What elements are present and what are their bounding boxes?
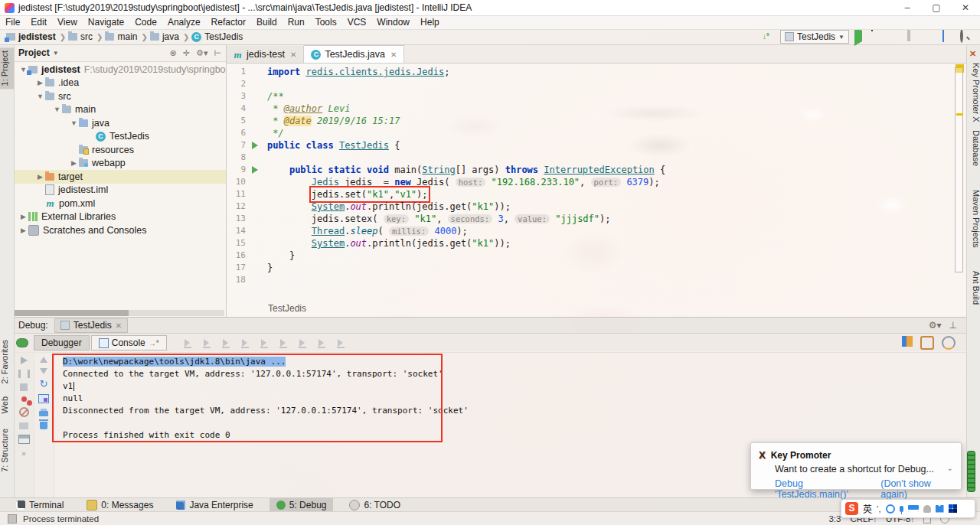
notification-action-link[interactable]: Debug 'TestJedis.main()'	[775, 478, 870, 500]
code-editor[interactable]: 1import redis.clients.jedis.Jedis;23/**4…	[226, 66, 939, 286]
error-stripe-tick[interactable]	[956, 113, 963, 116]
soft-wrap-icon[interactable]: ↻	[38, 380, 50, 389]
tree-item-testjedis[interactable]: CTestJedis	[14, 130, 226, 144]
tab-close-icon[interactable]: ✕	[290, 51, 296, 59]
pause-icon[interactable]	[18, 370, 30, 378]
run-gutter-icon[interactable]	[252, 142, 258, 149]
code-line[interactable]: 7public class TestJedis {	[226, 139, 939, 152]
menu-tools[interactable]: Tools	[310, 15, 342, 29]
key-promoter-x-icon[interactable]: ✕	[969, 49, 976, 59]
editor-breadcrumb[interactable]: TestJedis	[268, 303, 306, 314]
code-line[interactable]: 12 System.out.println(jedis.get("k1"));	[226, 201, 939, 213]
toolwindow-maven-projects[interactable]: Maven Projects	[967, 190, 980, 248]
chevron-right-icon[interactable]: ▶	[69, 159, 79, 167]
code-line[interactable]: 14 Thread.sleep( millis: 4000);	[226, 225, 939, 237]
get-thread-dump-icon[interactable]	[19, 422, 28, 429]
horizontal-scrollbar[interactable]	[14, 310, 224, 316]
tree-item-webapp[interactable]: ▶webapp	[14, 157, 226, 171]
code-line[interactable]: 1import redis.clients.jedis.Jedis;	[226, 66, 939, 78]
scroll-to-end-icon[interactable]	[38, 394, 49, 403]
console-line[interactable]: D:\work\newpackage\tools\jdk1.8\bin\java…	[63, 356, 966, 368]
close-button[interactable]: ✕	[951, 0, 980, 15]
code-line[interactable]: 11 jedis.set("k1","v1");	[226, 188, 939, 201]
view-breakpoints-icon[interactable]	[21, 396, 27, 402]
console-line[interactable]: Connected to the target VM, address: '12…	[63, 368, 966, 380]
sidebar-item--favorites[interactable]: 2: Favorites	[0, 337, 14, 386]
debug-session-tab[interactable]: TestJedis ✕	[54, 318, 128, 333]
tree-item-src[interactable]: ▼src	[14, 90, 226, 103]
gear-icon[interactable]: ⚙▾	[929, 320, 942, 331]
code-line[interactable]: 5 * @date 2019/9/16 15:17	[226, 115, 939, 127]
locate-file-icon[interactable]: ✛	[183, 48, 190, 58]
up-stack-trace-icon[interactable]	[40, 357, 47, 363]
tree-item-java[interactable]: ▼java	[14, 116, 226, 130]
gauge-icon[interactable]	[942, 336, 956, 350]
tree-item-target[interactable]: ▶target	[14, 170, 226, 184]
mute-breakpoints-icon[interactable]	[19, 407, 29, 417]
ime-punctuation-toggle[interactable]: ’,	[877, 504, 881, 514]
menu-view[interactable]: View	[52, 15, 83, 29]
sogou-logo-icon[interactable]: S	[845, 502, 858, 515]
menu-file[interactable]: File	[0, 15, 25, 29]
toolbox-icon[interactable]	[949, 504, 957, 513]
down-stack-trace-icon[interactable]	[40, 368, 47, 374]
tree-item--idea[interactable]: ▶.idea	[14, 77, 226, 90]
microphone-icon[interactable]	[900, 506, 903, 512]
caret-position[interactable]: 3:3	[828, 514, 841, 523]
code-line[interactable]: 13 jedis.setex( key: "k1", seconds: 3, v…	[226, 213, 939, 225]
tree-item-main[interactable]: ▼main	[14, 103, 226, 117]
restore-layout-icon[interactable]	[18, 435, 30, 444]
sidebar-item-web[interactable]: Web	[0, 393, 14, 416]
keyboard-icon[interactable]	[908, 505, 919, 512]
sidebar-item--structure[interactable]: 7: Structure	[0, 426, 14, 475]
scrollbar-thumb[interactable]	[955, 67, 963, 272]
console-line[interactable]: null	[63, 393, 966, 405]
editor-tab-jedis-test[interactable]: mjedis-test✕	[226, 46, 304, 63]
sidebar-item--project[interactable]: 1: Project	[0, 47, 14, 89]
clear-all-icon[interactable]	[40, 422, 47, 429]
chevron-right-icon[interactable]: ▶	[18, 227, 28, 234]
toolwindow-ant-build[interactable]: Ant Build	[967, 271, 980, 305]
layout-settings-icon[interactable]	[902, 336, 913, 347]
pin-icon[interactable]: →*	[149, 339, 159, 347]
toolwindow-key-promoter-x[interactable]: Key Promoter X	[967, 63, 980, 122]
menu-window[interactable]: Window	[371, 15, 415, 29]
tab-close-icon[interactable]: ✕	[390, 51, 397, 59]
breadcrumb-item[interactable]: src	[68, 31, 93, 42]
toolwindow-button-0-messages[interactable]: 0: Messages	[80, 498, 160, 512]
console-line[interactable]	[63, 417, 966, 429]
console-line[interactable]: Process finished with exit code 0	[63, 429, 966, 442]
skin-icon[interactable]	[936, 505, 944, 513]
menu-build[interactable]: Build	[251, 15, 283, 29]
debug-tab-console[interactable]: Console→*	[91, 335, 167, 351]
chevron-down-icon[interactable]: ⌄	[947, 464, 953, 474]
breadcrumb-item[interactable]: jedistest	[6, 31, 56, 42]
toolwindow-button-terminal[interactable]: Terminal	[9, 498, 70, 512]
tree-item-scratches-and-consoles[interactable]: ▶Scratches and Consoles	[14, 223, 226, 237]
search-everywhere-button[interactable]	[960, 31, 972, 43]
code-line[interactable]: 17}	[226, 262, 939, 274]
print-icon[interactable]	[39, 411, 48, 416]
menu-navigate[interactable]: Navigate	[83, 15, 129, 29]
toolwindow-button-5-debug[interactable]: 5: Debug	[270, 498, 334, 512]
emoji-icon[interactable]	[886, 504, 895, 514]
menu-edit[interactable]: Edit	[25, 15, 52, 29]
menu-help[interactable]: Help	[415, 15, 445, 29]
chevron-right-icon[interactable]: ▶	[35, 79, 45, 86]
chevron-down-icon[interactable]: ▼	[52, 106, 62, 113]
close-icon[interactable]: ✕	[116, 321, 122, 330]
toolwindow-button-6-todo[interactable]: 6: TODO	[342, 498, 407, 512]
breadcrumb-item[interactable]: java	[150, 31, 179, 42]
menu-vcs[interactable]: VCS	[342, 15, 372, 29]
chevron-down-icon[interactable]: ▼	[69, 119, 79, 127]
minimize-button[interactable]: –	[893, 0, 922, 15]
breadcrumb-item[interactable]: CTestJedis	[191, 31, 243, 42]
debug-tab-debugger[interactable]: Debugger	[34, 335, 90, 351]
coverage-button[interactable]	[890, 31, 902, 43]
project-header-title[interactable]: Project	[18, 47, 50, 58]
chevron-right-icon[interactable]: ▶	[18, 213, 28, 220]
maximize-button[interactable]: ▢	[922, 0, 951, 15]
run-button[interactable]	[854, 31, 867, 43]
tree-item-pom-xml[interactable]: mpom.xml	[14, 197, 226, 210]
code-line[interactable]: 9 public static void main(String[] args)…	[226, 164, 939, 176]
